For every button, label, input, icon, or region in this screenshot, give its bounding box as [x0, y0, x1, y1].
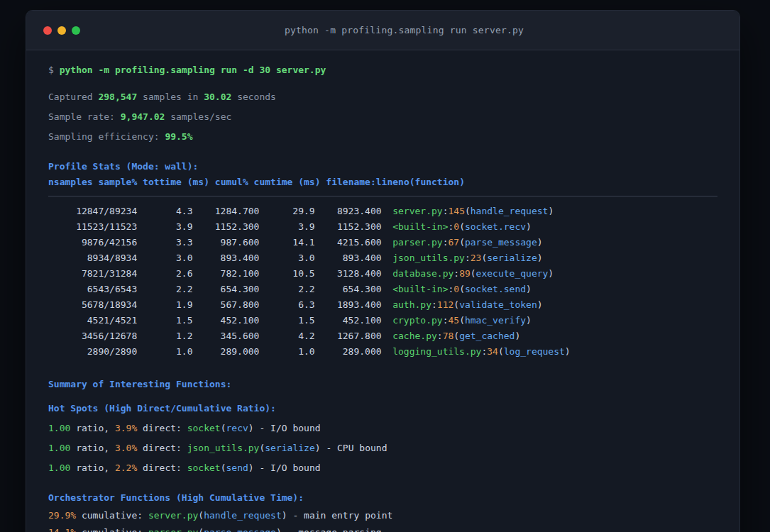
cumul-pct-value: 4.2 — [259, 328, 314, 344]
cumtime-value: 1267.800 — [315, 328, 382, 344]
filename: crypto.py — [392, 315, 442, 326]
role-note: - main entry point — [287, 510, 393, 521]
line-number: 34 — [487, 346, 498, 357]
cumulative-pct-value: 29.9% — [48, 510, 76, 521]
sample-pct-value: 1.9 — [137, 297, 192, 313]
filename: logging_utils.py — [392, 346, 481, 357]
function-name: serialize — [265, 443, 314, 453]
filename: parser.py — [148, 527, 198, 532]
filename: socket — [187, 462, 221, 473]
hot-spot-item: 1.00 ratio, 2.2% direct: socket(send) - … — [48, 460, 717, 476]
tottime-value: 1284.700 — [192, 204, 259, 219]
cumul-pct-value: 1.5 — [259, 313, 314, 328]
bound-note: - I/O bound — [254, 462, 321, 473]
function-location: cache.py:78(get_cached) — [382, 328, 717, 344]
profile-table-row: 7821/31284 2.6 782.100 10.5 3128.400 dat… — [48, 266, 717, 282]
cumul-pct-value: 14.1 — [259, 235, 314, 250]
prompt-symbol: $ — [48, 65, 54, 75]
nsamples-value: 5678/18934 — [48, 297, 137, 313]
terminal-titlebar[interactable]: python -m profiling.sampling run server.… — [26, 11, 739, 50]
function-location: logging_utils.py:34(log_request) — [382, 344, 717, 360]
cumtime-value: 654.300 — [315, 282, 382, 297]
profile-table-row: 9876/42156 3.3 987.600 14.1 4215.600 par… — [48, 235, 717, 250]
tottime-value: 289.000 — [192, 344, 259, 360]
summary-heading: Summary of Interesting Functions: — [48, 377, 717, 392]
nsamples-value: 7821/31284 — [48, 266, 137, 282]
cumul-pct-value: 10.5 — [259, 266, 314, 282]
filename: <built-in> — [392, 221, 448, 232]
filename: cache.py — [392, 331, 437, 341]
nsamples-value: 3456/12678 — [48, 328, 137, 344]
cumtime-value: 8923.400 — [315, 204, 382, 219]
cumtime-value: 452.100 — [315, 313, 382, 328]
line-number: 145 — [448, 206, 464, 216]
function-location: crypto.py:45(hmac_verify) — [382, 313, 717, 328]
profile-table-row: 5678/18934 1.9 567.800 6.3 1893.400 auth… — [48, 297, 717, 313]
profile-table-row: 4521/4521 1.5 452.100 1.5 452.100 crypto… — [48, 313, 717, 328]
function-name: get_cached — [459, 331, 515, 341]
role-note: - message parsing — [282, 527, 382, 532]
function-name: parse_message — [204, 527, 276, 532]
line-number: 23 — [471, 253, 482, 263]
orchestrator-item: 29.9% cumulative: server.py(handle_reque… — [48, 508, 717, 523]
function-name: hmac_verify — [465, 315, 526, 326]
zoom-button-icon[interactable] — [72, 26, 80, 35]
nsamples-value: 12847/89234 — [48, 204, 137, 219]
terminal-window: python -m profiling.sampling run server.… — [26, 10, 740, 532]
cumtime-value: 893.400 — [315, 250, 382, 266]
direct-pct-value: 3.0% — [115, 443, 137, 453]
function-name: log_request — [504, 346, 565, 357]
sample-pct-value: 3.3 — [137, 235, 192, 250]
function-location: json_utils.py:23(serialize) — [382, 250, 717, 266]
table-columns-header: nsamples sample% tottime (ms) cumul% cum… — [48, 174, 717, 190]
function-name: send — [226, 462, 248, 473]
profile-table-row: 2890/2890 1.0 289.000 1.0 289.000 loggin… — [48, 344, 717, 360]
cumul-pct-value: 29.9 — [259, 204, 314, 219]
ratio-value: 1.00 — [48, 443, 70, 453]
hot-spots-list: 1.00 ratio, 3.9% direct: socket(recv) - … — [48, 421, 717, 476]
sample-pct-value: 1.2 — [137, 328, 192, 344]
bound-note: - CPU bound — [321, 443, 387, 453]
cumtime-value: 1893.400 — [315, 297, 382, 313]
direct-pct-value: 3.9% — [115, 423, 137, 433]
function-name: handle_request — [204, 510, 282, 521]
efficiency-value: 99.5% — [165, 131, 192, 142]
window-controls — [43, 26, 80, 35]
cumtime-value: 3128.400 — [315, 266, 382, 282]
line-number: 0 — [453, 221, 459, 232]
profile-table-row: 8934/8934 3.0 893.400 3.0 893.400 json_u… — [48, 250, 717, 266]
sampling-efficiency-line: Sampling efficiency: 99.5% — [48, 129, 717, 145]
samples-count: 298,547 — [98, 92, 137, 102]
tottime-value: 782.100 — [192, 266, 259, 282]
cumtime-value: 289.000 — [315, 344, 382, 360]
tottime-value: 567.800 — [192, 297, 259, 313]
sample-rate-line: Sample rate: 9,947.02 samples/sec — [48, 109, 717, 125]
function-name: execute_query — [476, 268, 549, 279]
nsamples-value: 11523/11523 — [48, 219, 137, 235]
filename: <built-in> — [392, 284, 448, 294]
line-number: 0 — [453, 284, 459, 294]
orchestrator-item: 14.1% cumulative: parser.py(parse_messag… — [48, 525, 717, 532]
profile-table-row: 6543/6543 2.2 654.300 2.2 654.300 <built… — [48, 282, 717, 297]
sample-pct-value: 2.6 — [137, 266, 192, 282]
close-button-icon[interactable] — [43, 26, 52, 35]
command-line: $ python -m profiling.sampling run -d 30… — [48, 62, 717, 78]
line-number: 67 — [448, 237, 459, 248]
cumul-pct-value: 3.0 — [259, 250, 314, 266]
profile-table-row: 12847/89234 4.3 1284.700 29.9 8923.400 s… — [48, 204, 717, 219]
cumul-pct-value: 2.2 — [259, 282, 314, 297]
sample-pct-value: 3.9 — [137, 219, 192, 235]
cumul-pct-value: 3.9 — [259, 219, 314, 235]
tottime-value: 452.100 — [192, 313, 259, 328]
ratio-value: 1.00 — [48, 423, 70, 433]
minimize-button-icon[interactable] — [57, 26, 66, 35]
line-number: 89 — [459, 268, 471, 279]
line-number: 78 — [443, 331, 454, 341]
captured-samples-line: Captured 298,547 samples in 30.02 second… — [48, 89, 717, 105]
profile-table: 12847/89234 4.3 1284.700 29.9 8923.400 s… — [48, 204, 717, 360]
function-name: socket.recv — [465, 221, 526, 232]
filename: socket — [187, 423, 221, 433]
window-title: python -m profiling.sampling run server.… — [26, 25, 739, 35]
filename: auth.py — [392, 299, 431, 310]
function-location: database.py:89(execute_query) — [382, 266, 717, 282]
